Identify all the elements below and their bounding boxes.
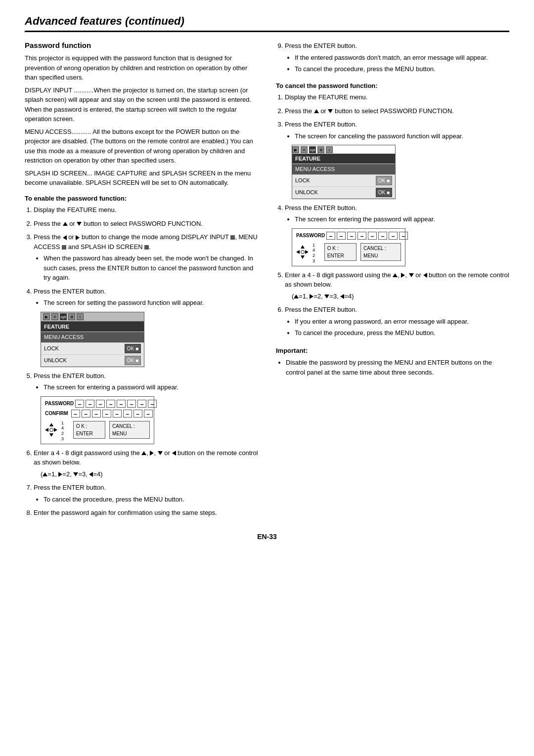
menu-feature-row: FEATURE [41, 322, 144, 333]
important-list: Disable the password by pressing the MEN… [286, 358, 509, 377]
cancel-step-5: Enter a 4 - 8 digit password using the ,… [285, 270, 509, 301]
menu-icon-5: i [77, 313, 84, 320]
cancel-step-6: Press the ENTER button. If you enter a w… [285, 305, 509, 338]
center-dot [49, 428, 53, 432]
menu-ok-light-btn: OK ■ [125, 356, 141, 365]
cancel-pw-label: PASSWORD [296, 232, 323, 239]
cancel-password-entry: PASSWORD – – – – – – – – [292, 228, 405, 266]
splash-id-text: SPLASH ID SCREEN... IMAGE CAPTURE and SP… [25, 168, 258, 188]
confirm-row: CONFIRM – – – – – – – – [45, 410, 150, 418]
cancel-unlock-row: UNLOCK OK ■ [292, 187, 395, 199]
step7-bullet: To cancel the procedure, press the MENU … [44, 495, 258, 504]
c-dash-2: – [337, 232, 346, 240]
dash-2: – [86, 400, 94, 408]
section-title: Password function [25, 41, 258, 49]
menu-ok-btn: OK ■ [125, 344, 141, 353]
cancel-menu-screenshot: ▶ ≡ opt ⊕ i FEATURE MENU ACCESS LOCK O [292, 145, 396, 199]
step6-formula: (=1, =2, =3, =4) [41, 469, 258, 479]
cancel-step-4: Press the ENTER button. The screen for e… [285, 203, 509, 266]
menu-lock-row: LOCK OK ■ [41, 343, 144, 355]
c-arrow-up [301, 245, 305, 249]
enable-step-3-note: When the password has already been set, … [44, 253, 258, 283]
enable-step-3: Press the or button to change the mode a… [34, 232, 258, 283]
nav-cross [45, 423, 57, 437]
c-dash-6: – [378, 232, 387, 240]
c-center-dot [301, 250, 305, 254]
left-column: Password function This projector is equi… [25, 41, 258, 522]
cancel-icon-5: i [326, 146, 333, 153]
menu-screenshot-step4: ▶ ≡ opt ⊕ i FEATURE MENU ACCESS LOCK O [41, 312, 144, 367]
c-dash-4: – [357, 232, 366, 240]
menu-icon-4: ⊕ [68, 313, 75, 320]
intro-text: This projector is equipped with the pass… [25, 53, 258, 83]
cancel-step-3-bullet: The screen for canceling the password fu… [295, 131, 509, 141]
cancel-step-6-b2: To cancel the procedure, press the MENU … [295, 328, 509, 338]
c-arrow-right [305, 250, 309, 254]
confirm-dash-1: – [71, 410, 80, 418]
c-dash-5: – [368, 232, 377, 240]
page-number: EN-33 [25, 532, 509, 542]
dash-5: – [117, 400, 126, 408]
menu-access-row: MENU ACCESS [41, 332, 144, 343]
cancel-access-row: MENU ACCESS [292, 164, 395, 175]
dash-1: – [75, 400, 84, 408]
menu-unlock-row: UNLOCK OK ■ [41, 355, 144, 367]
c-dash-7: – [389, 232, 398, 240]
cancel-pw-controls: 14 23 O K : ENTER CANCEL : MENU [296, 242, 401, 263]
password-controls: 14 23 O K : ENTER CANCEL : MENU [45, 420, 150, 441]
menu-icon-1: ▶ [43, 313, 50, 320]
right-steps-list: Press the ENTER button. If the entered p… [285, 41, 509, 74]
enable-step-2: Press the or button to select PASSWORD F… [34, 219, 258, 229]
right-step-9: Press the ENTER button. If the entered p… [285, 41, 509, 74]
password-entry-step5: PASSWORD – – – – – – – – CON [41, 396, 154, 444]
menu-icon-bar: ▶ ≡ opt ⊕ i [41, 312, 144, 322]
confirm-dash-6: – [123, 410, 132, 418]
cancel-icon-3: opt [309, 146, 316, 153]
cancel-ok-btn: OK ■ [376, 188, 392, 197]
enable-step-5-bullet: The screen for entering a password will … [44, 382, 258, 392]
enable-step-4-bullet: The screen for setting the password func… [44, 298, 258, 308]
important-bullet: Disable the password by pressing the MEN… [286, 358, 509, 377]
confirm-dash-7: – [134, 410, 142, 418]
cancel-lock-row: LOCK OK ■ [292, 175, 395, 187]
right-column: Press the ENTER button. If the entered p… [276, 41, 509, 522]
menu-icon-3: opt [60, 313, 67, 320]
menu-icon-2: ≡ [51, 313, 58, 320]
c-dash-1: – [326, 232, 335, 240]
c-dash-3: – [347, 232, 356, 240]
c-arrow-left [296, 250, 300, 254]
cancel-step-2: Press the or button to select PASSWORD F… [285, 106, 509, 116]
c-arrow-down [301, 255, 305, 259]
confirm-dash-3: – [92, 410, 101, 418]
cancel-step-3: Press the ENTER button. The screen for c… [285, 120, 509, 199]
confirm-dashes: – – – – – – – – [71, 410, 153, 418]
enable-step-8: Enter the password again for confirmatio… [34, 508, 258, 518]
cancel-icon-4: ⊕ [317, 146, 324, 153]
enable-steps-list: Display the FEATURE menu. Press the or b… [34, 205, 258, 518]
dash-8: – [148, 400, 157, 408]
c-cancel-menu-btn: CANCEL : MENU [360, 243, 401, 261]
confirm-dash-2: – [82, 410, 90, 418]
arrow-down-icon [49, 433, 53, 437]
cancel-icon-2: ≡ [301, 146, 308, 153]
enable-password-title: To enable the password function: [25, 194, 258, 204]
cancel-pw-dashes: – – – – – – – – [326, 232, 408, 240]
cancel-menu-icon-bar: ▶ ≡ opt ⊕ i [292, 145, 395, 154]
cancel-ok-light: OK ■ [376, 176, 392, 185]
c-nav-nums: 14 23 [312, 243, 320, 264]
cancel-step5-formula: (=1, =2, =3, =4) [292, 292, 509, 301]
cancel-steps-list: Display the FEATURE menu. Press the or b… [285, 92, 509, 338]
cancel-step-6-b1: If you enter a wrong password, an error … [295, 317, 509, 327]
arrow-up-icon [49, 423, 53, 426]
dash-6: – [127, 400, 136, 408]
confirm-dash-4: – [102, 410, 111, 418]
c-ok-enter-btn: O K : ENTER [324, 243, 356, 261]
password-row: PASSWORD – – – – – – – – [45, 400, 150, 408]
enable-step-5: Press the ENTER button. The screen for e… [34, 371, 258, 444]
confirm-dash-5: – [113, 410, 122, 418]
arrow-left-icon [45, 428, 48, 432]
nav-nums: 14 23 [61, 420, 69, 442]
dash-7: – [137, 400, 146, 408]
enable-step-7: Press the ENTER button. To cancel the pr… [34, 483, 258, 504]
enable-step-6: Enter a 4 - 8 digit password using the ,… [34, 448, 258, 479]
